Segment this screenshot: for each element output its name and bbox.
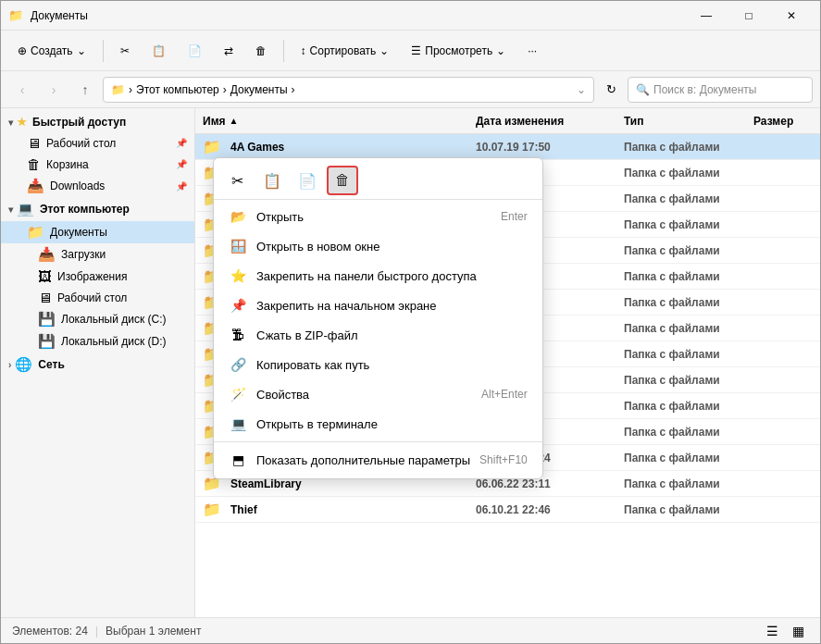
sort-label: Сортировать xyxy=(310,44,377,57)
trash-icon: 🗑 xyxy=(27,156,41,172)
forward-button[interactable]: › xyxy=(40,77,68,103)
column-type[interactable]: Тип xyxy=(616,115,746,128)
file-type: Папка с файлами xyxy=(616,503,746,516)
titlebar-icon: 📁 xyxy=(8,8,23,23)
ctx-item-label: Закрепить на панели быстрого доступа xyxy=(256,269,528,283)
delete-icon: 🗑 xyxy=(255,44,267,57)
create-label: Создать xyxy=(31,44,73,57)
delete-button[interactable]: 🗑 xyxy=(246,36,276,66)
more-icon: ··· xyxy=(528,44,537,57)
copy-icon: 📋 xyxy=(152,44,166,57)
up-button[interactable]: ↑ xyxy=(71,77,99,103)
ctx-copy-button[interactable]: 📋 xyxy=(256,166,288,195)
sidebar-header-this-pc[interactable]: ▾ 💻 Этот компьютер xyxy=(1,197,194,221)
path-icon: 📁 xyxy=(111,83,125,96)
search-box[interactable]: 🔍 Поиск в: Документы xyxy=(628,77,813,103)
view-button[interactable]: ☰ Просмотреть ⌄ xyxy=(402,36,515,66)
sidebar-item-downloads2[interactable]: 📥 Загрузки xyxy=(1,243,194,266)
sidebar-item-local-d[interactable]: 💾 Локальный диск (D:) xyxy=(1,330,194,353)
titlebar-title: Документы xyxy=(31,9,685,22)
ctx-item-icon: ⭐ xyxy=(229,266,247,285)
create-button[interactable]: ⊕ Создать ⌄ xyxy=(8,36,95,66)
back-button[interactable]: ‹ xyxy=(8,77,36,103)
more-button[interactable]: ··· xyxy=(518,36,546,66)
copy-button[interactable]: 📋 xyxy=(143,36,175,66)
ctx-item-icon: ⬒ xyxy=(229,451,247,469)
table-row[interactable]: 📁 Thief 06.10.21 22:46 Папка с файлами xyxy=(195,497,820,523)
ctx-item-label: Показать дополнительные параметры xyxy=(256,453,470,467)
search-icon: 🔍 xyxy=(636,83,650,96)
items-count: Элементов: 24 xyxy=(12,625,88,638)
close-button[interactable]: ✕ xyxy=(770,1,813,31)
network-chevron: › xyxy=(8,360,11,370)
file-type: Папка с файлами xyxy=(616,141,746,154)
this-pc-chevron: ▾ xyxy=(8,204,13,215)
sidebar-desktop2-label: Рабочий стол xyxy=(57,291,127,304)
network-icon: 🌐 xyxy=(15,356,32,373)
table-row[interactable]: 📁 4A Games 10.07.19 17:50 Папка с файлам… xyxy=(195,134,820,160)
path-this-pc: Этот компьютер xyxy=(136,83,219,96)
column-date[interactable]: Дата изменения xyxy=(468,115,616,128)
ctx-item-label: Закрепить на начальном экране xyxy=(256,299,528,313)
paste-button[interactable]: 📄 xyxy=(179,36,211,66)
sidebar-local-d-label: Локальный диск (D:) xyxy=(61,335,167,348)
ctx-cut-button[interactable]: ✂ xyxy=(221,166,253,195)
context-menu-item[interactable]: ⬒ Показать дополнительные параметры Shif… xyxy=(214,445,542,475)
path-dropdown[interactable]: ⌄ xyxy=(577,83,586,96)
refresh-button[interactable]: ↻ xyxy=(598,77,624,103)
sidebar-trash-label: Корзина xyxy=(46,158,89,171)
context-menu-item[interactable]: 🪟 Открыть в новом окне xyxy=(214,231,542,261)
sidebar-header-quick-access[interactable]: ▾ ★ Быстрый доступ xyxy=(1,112,194,132)
sidebar-item-documents[interactable]: 📁 Документы xyxy=(1,221,194,243)
path-separator-2: › xyxy=(223,83,227,96)
sidebar-item-local-c[interactable]: 💾 Локальный диск (C:) xyxy=(1,308,194,330)
move-button[interactable]: ⇄ xyxy=(215,36,243,66)
context-menu: ✂ 📋 📄 🗑 📂 Открыть Enter 🪟 Открыть в ново… xyxy=(213,157,543,479)
sidebar-images-label: Изображения xyxy=(57,270,127,283)
sidebar-local-c-label: Локальный диск (C:) xyxy=(61,313,167,326)
quick-access-star: ★ xyxy=(17,116,27,129)
sidebar-item-trash[interactable]: 🗑 Корзина 📌 xyxy=(1,154,194,175)
address-path[interactable]: 📁 › Этот компьютер › Документы › ⌄ xyxy=(103,77,594,103)
context-menu-item[interactable]: ⭐ Закрепить на панели быстрого доступа xyxy=(214,261,542,291)
sidebar-quick-access-items: 🖥 Рабочий стол 📌 🗑 Корзина 📌 📥 Downloads… xyxy=(1,132,194,197)
sidebar-desktop-label: Рабочий стол xyxy=(46,137,116,150)
local-c-icon: 💾 xyxy=(38,311,56,328)
sort-asc-icon: ▲ xyxy=(230,116,239,126)
maximize-button[interactable]: □ xyxy=(728,1,770,31)
paste-icon: 📄 xyxy=(188,44,202,57)
context-menu-item[interactable]: 🗜 Сжать в ZIP-файл xyxy=(214,320,542,350)
context-menu-item[interactable]: 🪄 Свойства Alt+Enter xyxy=(214,379,542,409)
titlebar-controls: — □ ✕ xyxy=(685,1,813,31)
ctx-item-icon: 🪄 xyxy=(229,385,247,403)
sidebar-item-downloads[interactable]: 📥 Downloads 📌 xyxy=(1,175,194,197)
sort-button[interactable]: ↕ Сортировать ⌄ xyxy=(292,36,399,66)
create-chevron: ⌄ xyxy=(77,44,86,57)
sidebar-this-pc-items: 📁 Документы 📥 Загрузки 🖼 Изображения 🖥 Р… xyxy=(1,221,194,353)
context-menu-item[interactable]: 📌 Закрепить на начальном экране xyxy=(214,291,542,320)
ctx-delete-button[interactable]: 🗑 xyxy=(327,166,358,195)
sidebar-item-desktop2[interactable]: 🖥 Рабочий стол xyxy=(1,287,194,308)
sidebar-item-desktop[interactable]: 🖥 Рабочий стол 📌 xyxy=(1,132,194,154)
folder-icon: 📁 xyxy=(203,501,221,518)
sidebar-header-network[interactable]: › 🌐 Сеть xyxy=(1,353,194,377)
cut-button[interactable]: ✂ xyxy=(111,36,139,66)
context-menu-item[interactable]: 📂 Открыть Enter xyxy=(214,202,542,231)
ctx-item-shortcut: Shift+F10 xyxy=(479,453,528,466)
minimize-button[interactable]: — xyxy=(685,1,728,31)
list-view-button[interactable]: ☰ xyxy=(761,621,783,641)
file-type: Папка с файлами xyxy=(616,452,746,464)
ctx-paste-button[interactable]: 📄 xyxy=(292,166,323,195)
ctx-item-icon: 🪟 xyxy=(229,237,247,255)
sidebar-item-images[interactable]: 🖼 Изображения xyxy=(1,266,194,287)
ctx-item-label: Свойства xyxy=(256,388,472,402)
column-size[interactable]: Размер xyxy=(746,115,820,128)
detail-view-button[interactable]: ▦ xyxy=(787,621,809,641)
context-menu-item[interactable]: 💻 Открыть в терминале xyxy=(214,409,542,439)
quick-access-chevron: ▾ xyxy=(8,118,13,128)
file-type: Папка с файлами xyxy=(616,348,746,361)
search-placeholder: Поиск в: Документы xyxy=(653,83,757,96)
ctx-item-icon: 📂 xyxy=(229,207,247,226)
column-name[interactable]: Имя ▲ xyxy=(195,115,468,128)
context-menu-item[interactable]: 🔗 Копировать как путь xyxy=(214,350,542,379)
